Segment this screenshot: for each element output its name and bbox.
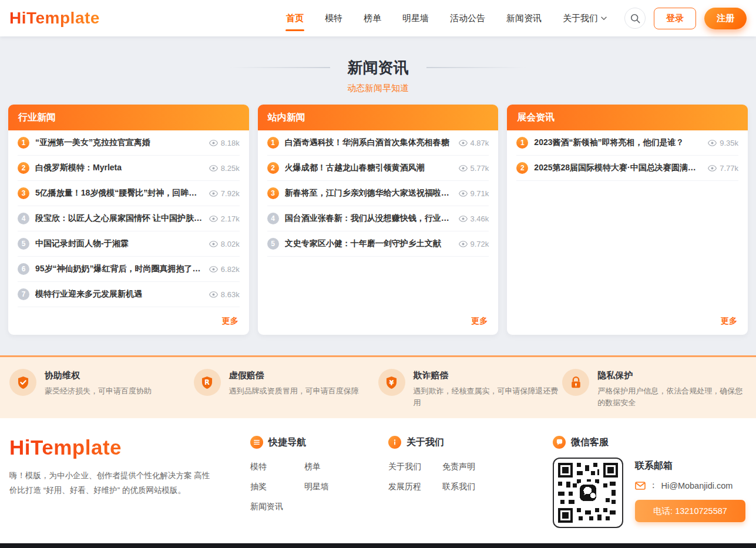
views-eye-icon (209, 190, 218, 197)
phone-button[interactable]: 电话: 13210725587 (635, 500, 745, 522)
search-button[interactable] (624, 8, 646, 29)
feature-desc: 蒙受经济损失，可申请百度协助 (45, 385, 152, 397)
rank-badge: 5 (267, 238, 279, 250)
nav-item-announcements[interactable]: 活动公告 (450, 0, 485, 36)
feature-desc: 遇到品牌或资质冒用，可申请百度保障 (229, 385, 359, 397)
svg-text:¥: ¥ (389, 378, 394, 386)
views: 5.77k (459, 164, 489, 173)
news-item[interactable]: 4 国台酒业张春新：我们从没想赚快钱，行业从... 3.46k (267, 206, 489, 231)
feature-desc: 严格保护用户信息，依法合规处理，确保您的数据安全 (597, 385, 743, 409)
card-body: 1 2023酱酒“新领袖”即将亮相，他们是谁？ 9.35k 2 2025第28届… (507, 130, 748, 335)
views: 7.77k (708, 164, 738, 173)
views-eye-icon (459, 140, 468, 146)
more-link[interactable]: 更多 (516, 308, 738, 335)
news-item[interactable]: 6 95岁“神仙奶奶”爆红背后，时尚圈真拥抱了银... 6.82k (18, 257, 240, 282)
news-item[interactable]: 7 模特行业迎来多元发展新机遇 8.63k (18, 282, 240, 307)
svg-text:R: R (204, 378, 210, 386)
footer-contact: 联系邮箱 ：Hi@Mobanjidi.com 电话: 13210725587 (635, 458, 745, 522)
news-item[interactable]: 3 5亿播放量！18岁俄模“腰臀比”封神，回眸一笑... 7.92k (18, 181, 240, 206)
register-button[interactable]: 注册 (704, 8, 747, 29)
news-item[interactable]: 5 中国记录封面人物-于湘霖 8.02k (18, 231, 240, 257)
logo[interactable]: HiTemplate (9, 9, 100, 28)
header-actions: 登录 注册 (624, 8, 747, 29)
feature-title: 隐私保护 (597, 369, 743, 381)
news-item[interactable]: 1 “亚洲第一美女”克拉拉官宣离婚 8.18k (18, 130, 240, 156)
nav-item-models[interactable]: 模特 (325, 0, 342, 36)
rank-badge: 1 (516, 137, 528, 149)
main-nav: 首页 模特 榜单 明星墙 活动公告 新闻资讯 关于我们 (286, 0, 607, 36)
footer-link-lottery[interactable]: 抽奖 (250, 482, 304, 492)
nav-item-about-label: 关于我们 (563, 13, 598, 24)
more-link[interactable]: 更多 (267, 308, 489, 335)
news-title: 新春将至，江门乡亲刘德华给大家送祝福啦！“... (285, 188, 453, 199)
feature-item: 隐私保护 严格保护用户信息，依法合规处理，确保您的数据安全 (562, 369, 747, 418)
news-title: 白俄罗斯模特：Myrleta (35, 163, 203, 173)
news-item[interactable]: 5 文史专家区小健：十年磨一剑守护乡土文献 9.72k (267, 231, 489, 257)
more-link[interactable]: 更多 (18, 308, 240, 335)
features-strip: 协助维权 蒙受经济损失，可申请百度协助 R 虚假赔偿 遇到品牌或资质冒用，可申请… (0, 355, 756, 418)
footer-quick-nav: 快捷导航 模特 榜单 抽奖 明星墙 新闻资讯 (250, 436, 382, 531)
rank-badge: 2 (267, 162, 279, 174)
footer-col-title: 微信客服 (571, 436, 609, 449)
feature-title: 欺诈赔偿 (414, 369, 559, 381)
views-eye-icon (459, 190, 468, 197)
views: 8.02k (209, 240, 240, 248)
rank-badge: 1 (18, 137, 29, 149)
news-title: 2025第28届国际模特大赛·中国总决赛圆满落幕... (534, 163, 702, 173)
footer-link-about[interactable]: 关于我们 (388, 462, 442, 472)
news-item[interactable]: 2 火爆成都！古越龙山春糖引领黄酒风潮 5.77k (267, 156, 489, 181)
feature-item: R 虚假赔偿 遇到品牌或资质冒用，可申请百度保障 (194, 369, 378, 418)
news-item[interactable]: 2 白俄罗斯模特：Myrleta 8.25k (18, 156, 240, 181)
nav-item-news[interactable]: 新闻资讯 (506, 0, 542, 36)
news-item[interactable]: 3 新春将至，江门乡亲刘德华给大家送祝福啦！“... 9.71k (267, 181, 489, 206)
footer-brand: HiTemplate 嗨！模版，为中小企业、创作者提供个性化解决方案 高性价比打… (9, 436, 215, 531)
views-count: 9.35k (720, 139, 738, 147)
search-icon (630, 14, 640, 23)
nav-item-about[interactable]: 关于我们 (563, 0, 607, 36)
email-row: ：Hi@Mobanjidi.com (635, 480, 745, 491)
news-title: 95岁“神仙奶奶”爆红背后，时尚圈真拥抱了银... (35, 264, 203, 274)
views-count: 8.63k (221, 290, 240, 299)
views-eye-icon (708, 165, 717, 172)
news-card-industry: 行业新闻 1 “亚洲第一美女”克拉拉官宣离婚 8.18k 2 白俄罗斯模特：My… (8, 105, 249, 335)
rank-badge: 2 (18, 162, 29, 174)
email-address[interactable]: Hi@Mobanjidi.com (661, 481, 733, 490)
card-body: 1 “亚洲第一美女”克拉拉官宣离婚 8.18k 2 白俄罗斯模特：Myrleta… (8, 130, 249, 335)
rank-badge: 3 (18, 187, 29, 199)
views-eye-icon (459, 241, 468, 247)
footer-link-star-wall[interactable]: 明星墙 (304, 482, 358, 492)
nav-item-star-wall[interactable]: 明星墙 (402, 0, 429, 36)
feature-item: ¥ 欺诈赔偿 遇到欺诈，经核查属实，可申请保障退还费用 (378, 369, 563, 418)
nav-item-home[interactable]: 首页 (286, 0, 304, 36)
footer-link-history[interactable]: 发展历程 (388, 482, 442, 492)
views: 9.72k (459, 240, 489, 248)
footer-link-disclaimer[interactable]: 免责声明 (442, 462, 496, 472)
views-count: 8.18k (221, 139, 240, 147)
news-item[interactable]: 2 2025第28届国际模特大赛·中国总决赛圆满落幕... 7.77k (516, 156, 738, 181)
news-item[interactable]: 1 2023酱酒“新领袖”即将亮相，他们是谁？ 9.35k (516, 130, 738, 156)
wechat-qr-code (553, 458, 623, 528)
footer: HiTemplate 嗨！模版，为中小企业、创作者提供个性化解决方案 高性价比打… (0, 418, 756, 543)
views-count: 2.17k (221, 214, 240, 223)
footer-link-rankings[interactable]: 榜单 (304, 462, 358, 472)
views: 7.92k (209, 189, 240, 198)
rank-badge: 3 (267, 187, 279, 199)
nav-item-rankings[interactable]: 榜单 (364, 0, 381, 36)
footer-logo[interactable]: HiTemplate (9, 436, 215, 459)
news-item[interactable]: 1 白酒奇遇科技！华润系白酒首次集体亮相春糖 4.87k (267, 130, 489, 156)
rank-badge: 5 (18, 238, 29, 250)
news-item[interactable]: 4 段宝欣：以匠人之心展家国情怀 让中国护肤品... 2.17k (18, 206, 240, 231)
views-eye-icon (209, 216, 218, 222)
views-eye-icon (459, 216, 468, 222)
login-button[interactable]: 登录 (654, 8, 696, 29)
rank-badge: 6 (18, 263, 29, 275)
views: 2.17k (209, 214, 240, 223)
views-eye-icon (209, 140, 218, 146)
card-title: 展会资讯 (507, 105, 748, 130)
card-body: 1 白酒奇遇科技！华润系白酒首次集体亮相春糖 4.87k 2 火爆成都！古越龙山… (258, 130, 499, 335)
header: HiTemplate 首页 模特 榜单 明星墙 活动公告 新闻资讯 关于我们 登… (0, 0, 756, 36)
footer-link-news[interactable]: 新闻资讯 (250, 502, 304, 512)
footer-link-contact[interactable]: 联系我们 (442, 482, 496, 492)
views-count: 6.82k (221, 265, 240, 274)
footer-link-models[interactable]: 模特 (250, 462, 304, 472)
